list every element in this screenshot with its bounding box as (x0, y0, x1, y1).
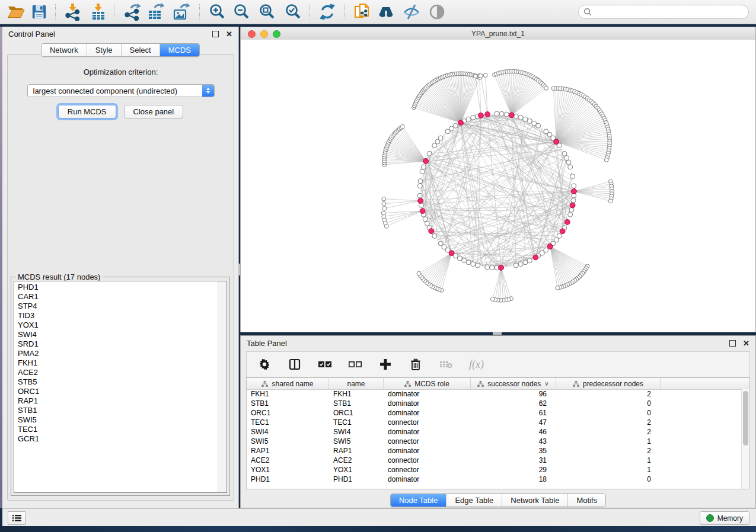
mcds-result-item[interactable]: SRD1 (14, 339, 218, 349)
mcds-result-item[interactable]: TID3 (14, 311, 218, 321)
mcds-result-item[interactable]: STB1 (14, 406, 218, 415)
table-tab-network-table[interactable]: Network Table (502, 494, 567, 507)
window-close-icon[interactable] (248, 30, 256, 38)
export-table-icon[interactable] (145, 2, 166, 22)
mcds-result-item[interactable]: PHD1 (14, 283, 218, 292)
column-header-shared-name[interactable]: shared name (247, 378, 329, 389)
column-header-MCDS-role[interactable]: MCDS role (384, 378, 471, 389)
memory-button[interactable]: Memory (700, 511, 749, 525)
import-network-icon[interactable] (62, 2, 84, 22)
table-scrollbar[interactable] (741, 389, 749, 489)
mcds-result-item[interactable]: ORC1 (14, 387, 218, 396)
window-minimize-icon[interactable] (260, 30, 268, 38)
zoom-fit-content-icon[interactable] (256, 2, 277, 22)
table-cell: connector (384, 418, 471, 427)
table-cell: connector (384, 466, 471, 474)
table-row[interactable]: SWI4SWI4dominator462 (247, 427, 742, 437)
mcds-result-item[interactable]: RAP1 (14, 396, 218, 406)
tab-mcds[interactable]: MCDS (160, 44, 199, 56)
search-input[interactable] (595, 7, 748, 17)
mcds-result-item[interactable]: STP4 (14, 302, 218, 311)
birdseye-view-icon[interactable] (426, 2, 448, 22)
table-row[interactable]: PHD1PHD1dominator180 (247, 475, 742, 484)
table-cell: dominator (384, 475, 471, 483)
import-table-icon[interactable] (88, 2, 109, 22)
table-row[interactable]: ACE2ACE2connector311 (247, 456, 742, 465)
toolbar-separator (114, 4, 114, 20)
close-panel-button[interactable]: Close panel (124, 105, 184, 118)
window-maximize-icon[interactable] (273, 30, 280, 38)
table-row[interactable]: ORC1ORC1dominator610 (247, 408, 742, 418)
table-tab-motifs[interactable]: Motifs (567, 494, 605, 507)
network-canvas[interactable] (241, 40, 755, 332)
table-cell: dominator (384, 390, 471, 398)
toolbar-separator (55, 4, 56, 20)
mcds-result-item[interactable]: FKH1 (14, 358, 218, 368)
mcds-hub-node (547, 244, 553, 249)
table-tab-edge-table[interactable]: Edge Table (446, 494, 502, 507)
table-row[interactable]: SWI5SWI5connector431 (247, 437, 742, 446)
mcds-result-item[interactable]: SWI5 (14, 415, 218, 425)
close-panel-icon[interactable]: ✕ (226, 31, 232, 37)
network-window-titlebar[interactable]: YPA_prune.txt_1 (241, 27, 755, 40)
mcds-result-item[interactable]: ACE2 (14, 368, 218, 377)
table-row[interactable]: FKH1FKH1dominator962 (247, 389, 742, 399)
search-field[interactable] (578, 5, 749, 19)
show-columns-icon[interactable] (288, 357, 302, 371)
column-header-predecessor-nodes[interactable]: predecessor nodes (556, 378, 661, 389)
optimization-criterion-select[interactable]: largest connected component (undirected) (27, 84, 215, 97)
function-builder-icon[interactable]: f(x) (469, 358, 484, 371)
table-row[interactable]: STB1STB1dominator620 (247, 399, 742, 408)
mcds-result-item[interactable]: GCR1 (14, 434, 218, 444)
hide-graphics-details-icon[interactable] (401, 2, 422, 22)
table-body: FKH1FKH1dominator962STB1STB1dominator620… (247, 389, 742, 489)
vertical-splitter-handle[interactable] (238, 264, 240, 275)
float-table-panel-icon[interactable] (729, 340, 736, 347)
column-header-name[interactable]: name (329, 378, 384, 389)
export-image-icon[interactable] (170, 2, 192, 22)
export-network-icon[interactable] (122, 2, 143, 22)
table-cell: TEC1 (329, 418, 384, 427)
first-neighbors-icon[interactable] (375, 2, 397, 22)
float-panel-icon[interactable] (212, 31, 219, 37)
node-table[interactable]: shared namenameMCDS rolesuccessor nodes∨… (246, 377, 750, 489)
select-all-icon[interactable] (318, 357, 332, 371)
table-scrollbar-thumb[interactable] (743, 391, 748, 446)
zoom-out-icon[interactable] (231, 2, 252, 22)
save-session-icon[interactable] (28, 2, 50, 22)
mcds-result-item[interactable]: SWI4 (14, 330, 218, 339)
clone-network-icon[interactable] (352, 2, 373, 22)
mcds-result-item[interactable]: STB5 (14, 377, 218, 387)
zoom-in-icon[interactable] (206, 2, 228, 22)
column-header-successor-nodes[interactable]: successor nodes∨ (471, 378, 556, 389)
delete-columns-icon[interactable] (439, 357, 453, 371)
table-cell: 18 (471, 475, 556, 483)
mcds-result-item[interactable]: YOX1 (14, 321, 218, 330)
mcds-result-item[interactable]: CAR1 (14, 292, 218, 302)
table-row[interactable]: YOX1YOX1connector291 (247, 465, 742, 475)
tab-style[interactable]: Style (87, 44, 121, 56)
mcds-hub-node (533, 255, 538, 260)
mcds-result-item[interactable]: TEC1 (14, 425, 218, 434)
add-row-icon[interactable] (378, 357, 393, 371)
task-history-button[interactable] (8, 511, 25, 525)
zoom-fit-selected-icon[interactable] (282, 2, 304, 22)
unselect-all-icon[interactable] (348, 357, 362, 371)
table-row[interactable]: TEC1TEC1connector472 (247, 418, 742, 427)
mcds-result-list[interactable]: PHD1CAR1STP4TID3YOX1SWI4SRD1PMA2FKH1ACE2… (14, 281, 227, 493)
table-cell: 46 (471, 428, 556, 436)
close-table-panel-icon[interactable]: ✕ (743, 341, 749, 346)
table-settings-gear-icon[interactable] (257, 357, 272, 371)
tab-network[interactable]: Network (42, 44, 87, 56)
horizontal-splitter-handle[interactable] (493, 332, 502, 335)
run-mcds-button[interactable]: Run MCDS (58, 105, 116, 118)
open-file-icon[interactable] (5, 2, 27, 22)
table-tab-node-table[interactable]: Node Table (391, 494, 446, 507)
tab-select[interactable]: Select (121, 44, 160, 56)
mcds-result-item[interactable]: PMA2 (14, 349, 218, 358)
refresh-view-icon[interactable] (317, 2, 338, 22)
delete-table-icon[interactable] (409, 357, 423, 371)
table-cell: 31 (471, 456, 556, 464)
list-scrollbar[interactable] (218, 281, 227, 492)
table-row[interactable]: RAP1RAP1dominator352 (247, 446, 742, 456)
